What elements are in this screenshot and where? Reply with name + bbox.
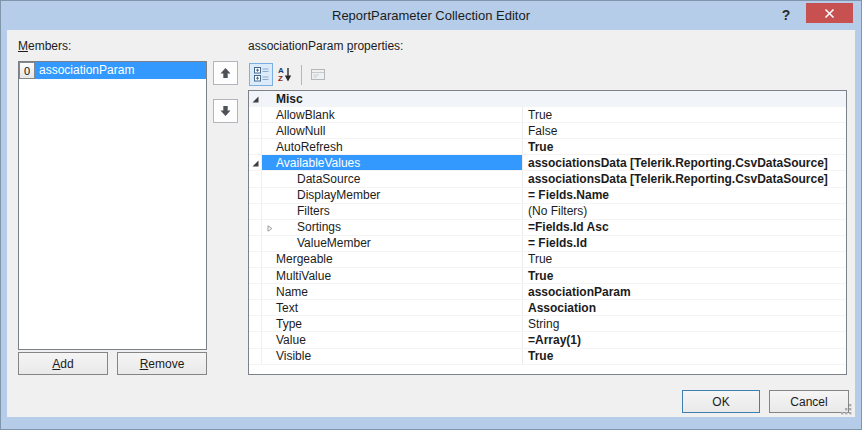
property-value[interactable]: True (523, 252, 846, 267)
move-down-button[interactable] (213, 99, 238, 123)
property-value[interactable]: (No Filters) (523, 204, 846, 219)
property-row[interactable]: AvailableValuesassociationsData [Telerik… (249, 155, 846, 171)
row-gutter (249, 236, 262, 251)
row-gutter (249, 349, 262, 364)
row-gutter (249, 139, 262, 154)
property-row[interactable]: TypeString (249, 316, 846, 332)
az-sort-icon: AZ (278, 67, 292, 83)
move-up-button[interactable] (213, 61, 238, 85)
close-icon (824, 8, 835, 19)
property-name[interactable]: AllowBlank (262, 107, 523, 122)
row-gutter (249, 155, 262, 170)
expanded-triangle-icon[interactable] (251, 159, 260, 168)
property-row[interactable]: DataSourceassociationsData [Telerik.Repo… (249, 171, 846, 187)
row-gutter (249, 284, 262, 299)
dialog-client-area: Members: 0associationParam Add Remove as… (7, 30, 855, 417)
property-name[interactable]: Sortings (262, 220, 523, 235)
property-value[interactable]: associationsData [Telerik.Reporting.CsvD… (523, 155, 846, 170)
row-gutter (249, 123, 262, 138)
add-button[interactable]: Add (18, 352, 108, 375)
row-gutter (249, 188, 262, 203)
expanded-triangle-icon[interactable] (251, 95, 260, 104)
members-label: Members: (18, 39, 71, 53)
help-icon: ? (782, 7, 791, 23)
property-name[interactable]: AvailableValues (262, 155, 523, 170)
property-row[interactable]: AutoRefreshTrue (249, 139, 846, 155)
close-button[interactable] (806, 3, 853, 23)
property-name[interactable]: AutoRefresh (262, 139, 523, 154)
property-value[interactable]: True (523, 139, 846, 154)
property-name[interactable]: Mergeable (262, 252, 523, 267)
alphabetical-sort-button[interactable]: AZ (273, 63, 297, 86)
property-grid-rows: MiscAllowBlankTrueAllowNullFalseAutoRefr… (249, 91, 846, 365)
property-value[interactable]: associationsData [Telerik.Reporting.CsvD… (523, 171, 846, 186)
property-value[interactable]: True (523, 349, 846, 364)
property-name[interactable]: DisplayMember (262, 188, 523, 203)
property-row[interactable]: NameassociationParam (249, 284, 846, 300)
property-name[interactable]: Filters (262, 204, 523, 219)
property-row[interactable]: Sortings=Fields.Id Asc (249, 220, 846, 236)
title-bar[interactable]: ReportParameter Collection Editor ? (1, 1, 861, 30)
property-row[interactable]: AllowNullFalse (249, 123, 846, 139)
property-name[interactable]: Type (262, 316, 523, 331)
row-gutter (249, 204, 262, 219)
properties-label: associationParam properties: (248, 39, 403, 53)
property-row[interactable]: Value=Array(1) (249, 332, 846, 348)
help-button[interactable]: ? (775, 4, 797, 26)
resize-grip[interactable] (840, 403, 853, 416)
screen: ReportParameter Collection Editor ? Memb… (0, 0, 862, 430)
down-arrow-icon (219, 105, 232, 117)
property-name[interactable]: DataSource (262, 171, 523, 186)
remove-button[interactable]: Remove (117, 352, 207, 375)
property-value[interactable]: String (523, 316, 846, 331)
cancel-button[interactable]: Cancel (769, 390, 849, 413)
dialog-title: ReportParameter Collection Editor (1, 1, 861, 30)
property-value[interactable]: = Fields.Name (523, 188, 846, 203)
row-gutter (249, 268, 262, 283)
property-value[interactable]: = Fields.Id (523, 236, 846, 251)
row-gutter (249, 252, 262, 267)
category-label: Misc (262, 92, 303, 106)
property-row[interactable]: ValueMember= Fields.Id (249, 236, 846, 252)
property-value[interactable]: True (523, 268, 846, 283)
property-value[interactable]: =Fields.Id Asc (523, 220, 846, 235)
property-name[interactable]: AllowNull (262, 123, 523, 138)
property-row[interactable]: AllowBlankTrue (249, 107, 846, 123)
row-gutter (249, 91, 262, 106)
property-name[interactable]: Visible (262, 349, 523, 364)
member-name: associationParam (35, 62, 206, 79)
property-name[interactable]: Name (262, 284, 523, 299)
property-name[interactable]: Value (262, 332, 523, 347)
category-row[interactable]: Misc (249, 91, 846, 107)
property-row[interactable]: MergeableTrue (249, 252, 846, 268)
member-list-item[interactable]: 0associationParam (19, 62, 206, 79)
categorized-view-button[interactable] (249, 63, 273, 86)
row-gutter (249, 300, 262, 315)
property-value[interactable]: associationParam (523, 284, 846, 299)
property-row[interactable]: Filters(No Filters) (249, 204, 846, 220)
property-name[interactable]: ValueMember (262, 236, 523, 251)
property-name[interactable]: Text (262, 300, 523, 315)
collapsed-triangle-icon[interactable] (265, 224, 274, 233)
up-arrow-icon (219, 67, 232, 79)
property-value[interactable]: False (523, 123, 846, 138)
property-row[interactable]: MultiValueTrue (249, 268, 846, 284)
property-pages-icon (311, 68, 326, 81)
property-row[interactable]: VisibleTrue (249, 349, 846, 365)
property-value[interactable]: Association (523, 300, 846, 315)
row-gutter (249, 107, 262, 122)
categorized-icon (254, 67, 269, 82)
property-name[interactable]: MultiValue (262, 268, 523, 283)
property-pages-button (306, 63, 330, 86)
property-value[interactable]: =Array(1) (523, 332, 846, 347)
toolbar-separator (301, 65, 302, 85)
collection-editor-dialog: ReportParameter Collection Editor ? Memb… (0, 0, 862, 430)
members-listbox[interactable]: 0associationParam (18, 61, 207, 350)
row-gutter (249, 171, 262, 186)
row-gutter (249, 220, 262, 235)
ok-button[interactable]: OK (682, 390, 760, 413)
property-row[interactable]: TextAssociation (249, 300, 846, 316)
property-value[interactable]: True (523, 107, 846, 122)
property-row[interactable]: DisplayMember= Fields.Name (249, 188, 846, 204)
property-grid[interactable]: MiscAllowBlankTrueAllowNullFalseAutoRefr… (248, 90, 847, 375)
